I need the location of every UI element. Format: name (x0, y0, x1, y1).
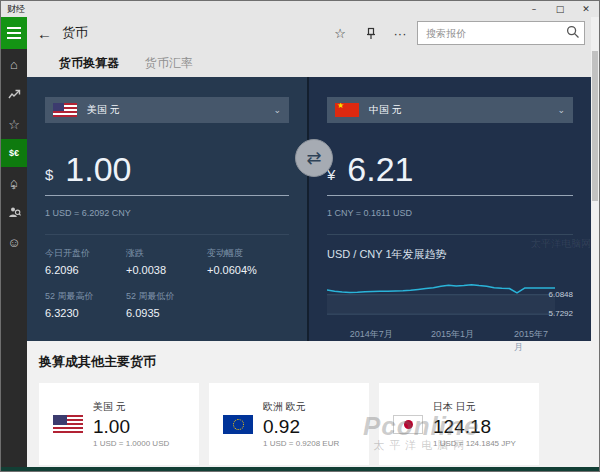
pin-button[interactable] (357, 21, 383, 45)
stat-52w-high: 52 周最高价 6.3230 (45, 290, 126, 319)
home-icon: ⌂ (10, 57, 18, 72)
tab-currency-converter[interactable]: 货币换算器 (59, 55, 119, 72)
hamburger-icon (7, 27, 21, 29)
sidebar-item-currencies[interactable]: $€ (1, 139, 27, 167)
close-button[interactable]: ✕ (573, 1, 599, 17)
tab-bar: 货币换算器 货币汇率 (27, 49, 591, 77)
titlebar: 财经 – □ ✕ (1, 1, 599, 17)
us-flag-icon (53, 103, 77, 117)
from-currency-symbol: $ (45, 166, 53, 187)
swap-currencies-button[interactable]: ⇄ (295, 139, 333, 177)
chart-x-axis: 2014年7月 2015年1月 2015年7月 (327, 328, 573, 342)
search-icon (566, 25, 580, 39)
minimize-button[interactable]: – (521, 1, 547, 17)
from-amount-field[interactable]: $ 1.00 (45, 151, 289, 196)
sidebar-item-world[interactable] (1, 197, 27, 227)
chevron-down-icon: ⌄ (273, 105, 281, 115)
stat-change: 涨跌 +0.0038 (126, 247, 207, 276)
trend-chart-svg (327, 272, 555, 324)
us-flag-icon (53, 415, 83, 434)
pin-icon (364, 27, 377, 40)
search-button[interactable] (563, 23, 583, 43)
watchlist-star-icon: ☆ (8, 117, 20, 132)
maximize-button[interactable]: □ (547, 1, 573, 17)
main-content: ← 货币 ☆ ··· 货币换算器 货币汇率 ⇄ (27, 17, 591, 467)
chart-title: USD / CNY 1年发展趋势 (327, 247, 573, 262)
window-bottom-border (1, 467, 599, 471)
china-flag-icon (335, 103, 359, 117)
currency-cards: 美国 元 1.00 1 USD = 1.0000 USD 欧洲 欧元 0.92 … (39, 383, 591, 465)
search-input[interactable] (417, 21, 585, 45)
page-title: 货币 (62, 24, 88, 42)
japan-flag-icon (393, 415, 423, 434)
window-controls: – □ ✕ (521, 1, 599, 17)
markets-trend-icon (8, 88, 21, 101)
x-tick: 2015年1月 (431, 328, 474, 341)
window-title: 财经 (7, 3, 25, 16)
sidebar: ⌂ ☆ $€ ⌂ $ ☺ (1, 17, 27, 467)
header-actions: ☆ ··· (327, 21, 591, 45)
stat-open: 今日开盘价 6.2096 (45, 247, 126, 276)
from-amount-value: 1.00 (65, 151, 131, 187)
person-search-icon (8, 206, 21, 219)
to-currency-name: 中国 元 (369, 103, 402, 117)
grid-label-high: 6.0848 (549, 290, 573, 299)
from-currency-name: 美国 元 (87, 103, 120, 117)
stat-change-pct: 变动幅度 +0.0604% (207, 247, 288, 276)
to-currency-panel: 中国 元 ⌄ ¥ 6.21 1 CNY = 0.1611 USD USD / C… (309, 77, 591, 341)
chevron-down-icon: ⌄ (557, 105, 565, 115)
from-currency-panel: 美国 元 ⌄ $ 1.00 1 USD = 6.2092 CNY 今日开盘价 6… (27, 77, 307, 341)
app-window: 财经 – □ ✕ ⌂ ☆ $€ ⌂ $ ☺ (0, 0, 600, 472)
mortgage-dollar-icon: $ (12, 184, 15, 190)
smiley-icon: ☺ (7, 235, 20, 250)
stat-52w-low: 52 周最低价 6.0935 (126, 290, 207, 319)
to-amount-field[interactable]: ¥ 6.21 (327, 151, 573, 196)
to-rate-caption: 1 CNY = 0.1611 USD (327, 208, 573, 218)
sidebar-item-personal[interactable]: ☺ (1, 227, 27, 257)
sidebar-item-watchlist[interactable]: ☆ (1, 109, 27, 139)
currency-converter: ⇄ 美国 元 ⌄ $ 1.00 1 USD = 6.2092 CNY 今日开盘价 (27, 77, 591, 341)
trend-chart-section: USD / CNY 1年发展趋势 6.0848 5.7292 2014年7月 2… (327, 234, 573, 342)
currency-card-jpy[interactable]: 日本 日元 124.18 1 USD = 124.1845 JPY (379, 383, 539, 465)
trend-chart: 6.0848 5.7292 (327, 272, 573, 324)
search-box (417, 21, 585, 45)
from-rate-caption: 1 USD = 6.2092 CNY (45, 208, 289, 218)
grid-label-low: 5.7292 (549, 309, 573, 318)
x-tick: 2014年7月 (350, 328, 393, 341)
app-header: ← 货币 ☆ ··· (27, 17, 591, 49)
to-currency-dropdown[interactable]: 中国 元 ⌄ (327, 97, 573, 123)
sidebar-item-markets[interactable] (1, 79, 27, 109)
sidebar-item-home[interactable]: ⌂ (1, 49, 27, 79)
currency-card-eur[interactable]: 欧洲 欧元 0.92 1 USD = 0.9208 EUR (209, 383, 369, 465)
hamburger-menu-button[interactable] (1, 17, 27, 49)
back-button[interactable]: ← (37, 26, 52, 41)
more-options-button[interactable]: ··· (387, 21, 413, 45)
rate-statistics: 今日开盘价 6.2096 涨跌 +0.0038 变动幅度 +0.0604% (45, 234, 289, 319)
other-currencies-heading: 换算成其他主要货币 (39, 353, 591, 371)
favorite-star-button[interactable]: ☆ (327, 21, 353, 45)
currencies-icon: $€ (9, 148, 19, 158)
tab-exchange-rates[interactable]: 货币汇率 (145, 55, 193, 72)
x-tick: 2015年7月 (514, 328, 553, 354)
eu-flag-icon (223, 415, 253, 434)
other-currencies-section: 换算成其他主要货币 美国 元 1.00 1 USD = 1.0000 USD 欧… (27, 341, 591, 469)
from-currency-dropdown[interactable]: 美国 元 ⌄ (45, 97, 289, 123)
currency-card-usd[interactable]: 美国 元 1.00 1 USD = 1.0000 USD (39, 383, 199, 465)
to-amount-value: 6.21 (347, 151, 413, 187)
vertical-scrollbar[interactable] (591, 17, 599, 467)
sidebar-item-mortgage[interactable]: ⌂ $ (1, 167, 27, 197)
scrollbar-thumb[interactable] (592, 51, 598, 201)
